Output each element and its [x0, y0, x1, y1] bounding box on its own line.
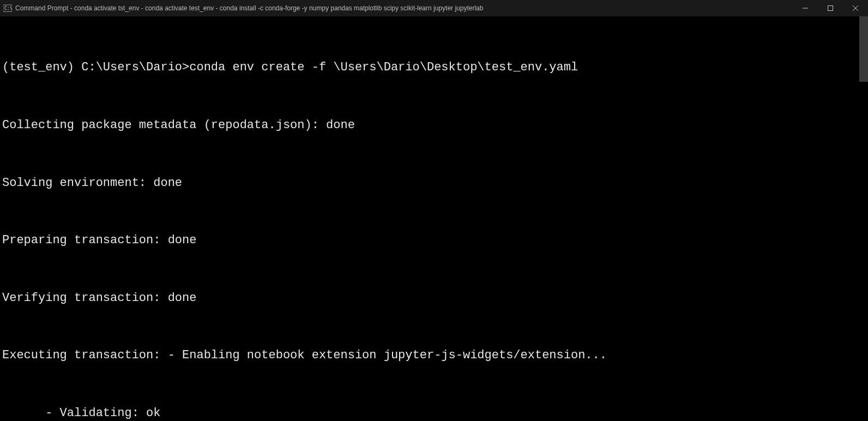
svg-text:C:\: C:\	[4, 6, 12, 11]
minimize-button[interactable]	[793, 0, 818, 16]
svg-rect-3	[828, 6, 833, 11]
terminal-line: (test_env) C:\Users\Dario>conda env crea…	[2, 58, 864, 77]
maximize-button[interactable]	[818, 0, 843, 16]
scrollbar-thumb[interactable]	[859, 16, 868, 82]
window-titlebar[interactable]: C:\ Command Prompt - conda activate tst_…	[0, 0, 868, 16]
vertical-scrollbar[interactable]	[859, 16, 868, 421]
cmd-icon: C:\	[3, 4, 12, 13]
terminal-output[interactable]: (test_env) C:\Users\Dario>conda env crea…	[0, 16, 868, 421]
terminal-line: Solving environment: done	[2, 173, 864, 193]
terminal-line: Collecting package metadata (repodata.js…	[2, 116, 864, 135]
window-title: Command Prompt - conda activate tst_env …	[15, 4, 793, 12]
terminal-line: - Validating: ok	[2, 404, 864, 421]
terminal-line: Verifying transaction: done	[2, 288, 864, 308]
close-button[interactable]	[843, 0, 868, 16]
terminal-line: Executing transaction: - Enabling notebo…	[2, 346, 864, 365]
window-controls	[793, 0, 868, 16]
terminal-line: Preparing transaction: done	[2, 231, 864, 250]
